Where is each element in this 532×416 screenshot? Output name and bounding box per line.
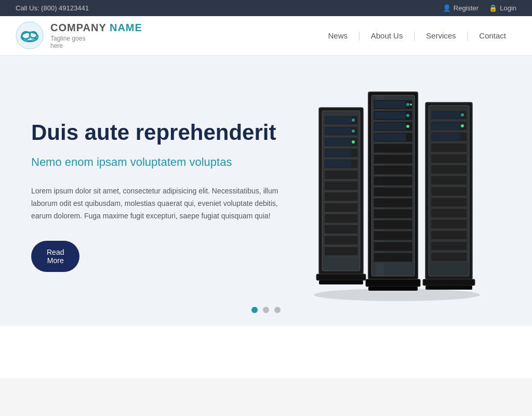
svg-rect-84 <box>431 230 467 240</box>
svg-rect-27 <box>324 181 358 190</box>
svg-rect-31 <box>324 225 358 234</box>
svg-rect-88 <box>425 285 472 290</box>
company-name-text: COMPANY NAME <box>50 22 142 34</box>
carousel-dots <box>251 307 281 313</box>
svg-rect-35 <box>319 280 363 284</box>
svg-point-15 <box>352 119 355 122</box>
svg-rect-30 <box>324 214 358 223</box>
carousel-dot-2[interactable] <box>263 307 269 313</box>
svg-rect-59 <box>374 220 413 229</box>
svg-rect-77 <box>431 154 467 163</box>
svg-point-49 <box>406 125 409 128</box>
login-link[interactable]: 🔒 Login <box>489 4 516 12</box>
svg-rect-55 <box>374 176 413 186</box>
nav-item-services[interactable]: Services <box>416 29 467 43</box>
svg-rect-57 <box>374 198 413 207</box>
svg-rect-56 <box>374 187 413 197</box>
svg-rect-29 <box>324 203 358 212</box>
svg-rect-52 <box>374 144 413 153</box>
svg-point-42 <box>406 103 409 106</box>
svg-rect-75 <box>432 133 460 140</box>
nav-item-contact[interactable]: Contact <box>469 29 516 43</box>
read-more-button[interactable]: ReadMore <box>31 241 79 272</box>
hero-title: Duis aute reprehenderit <box>31 120 291 145</box>
svg-rect-79 <box>431 176 467 185</box>
svg-rect-23 <box>325 149 351 157</box>
user-icon: 👤 <box>443 4 451 12</box>
svg-rect-34 <box>316 274 366 280</box>
svg-rect-26 <box>324 170 358 179</box>
svg-rect-85 <box>431 241 467 251</box>
svg-rect-76 <box>431 143 467 152</box>
name-word: NAME <box>110 22 142 33</box>
svg-rect-80 <box>431 187 467 196</box>
hero-content: Duis aute reprehenderit Nemo enom ipsam … <box>31 120 291 271</box>
svg-rect-63 <box>366 279 420 287</box>
svg-rect-41 <box>375 101 406 108</box>
svg-rect-48 <box>375 123 406 130</box>
svg-point-43 <box>410 103 412 106</box>
nav-item-news[interactable]: News <box>317 29 358 43</box>
svg-rect-32 <box>324 236 358 245</box>
svg-rect-72 <box>432 122 460 129</box>
svg-rect-33 <box>324 246 358 256</box>
svg-point-46 <box>406 114 409 117</box>
top-bar: Call Us: (800) 49123441 👤 Register 🔒 Log… <box>0 0 532 16</box>
svg-rect-54 <box>374 165 413 175</box>
svg-rect-28 <box>324 192 358 201</box>
svg-rect-61 <box>374 242 413 251</box>
register-link[interactable]: 👤 Register <box>443 4 478 12</box>
svg-point-89 <box>314 289 480 301</box>
svg-rect-82 <box>431 209 467 218</box>
nav-item-about[interactable]: About Us <box>361 29 414 43</box>
company-name-block: COMPANY NAME Tagline goeshere <box>50 22 142 49</box>
carousel-dot-1[interactable] <box>251 307 258 313</box>
svg-rect-83 <box>431 219 467 229</box>
hero-image <box>291 87 501 305</box>
logo-area: COMPANY NAME Tagline goeshere <box>16 21 142 50</box>
server-illustration <box>303 87 490 305</box>
svg-rect-78 <box>431 165 467 174</box>
hero-subtitle: Nemo enom ipsam voluptatem voluptas <box>31 155 291 170</box>
carousel-dot-3[interactable] <box>274 307 281 313</box>
svg-rect-45 <box>375 112 406 119</box>
svg-rect-53 <box>374 154 413 164</box>
site-header: COMPANY NAME Tagline goeshere News | Abo… <box>0 16 532 56</box>
svg-rect-58 <box>374 209 413 218</box>
svg-rect-69 <box>432 111 460 119</box>
svg-rect-25 <box>325 160 351 167</box>
hero-section: Duis aute reprehenderit Nemo enom ipsam … <box>0 56 532 326</box>
svg-point-73 <box>461 124 464 127</box>
svg-rect-87 <box>423 279 475 285</box>
phone-number: Call Us: (800) 49123441 <box>16 4 89 12</box>
svg-rect-81 <box>431 198 467 207</box>
svg-rect-20 <box>325 138 351 146</box>
bottom-strip <box>0 326 532 378</box>
svg-rect-62 <box>374 253 413 262</box>
lock-icon: 🔒 <box>489 4 497 12</box>
svg-point-70 <box>461 113 464 116</box>
company-logo <box>16 21 44 50</box>
svg-rect-60 <box>374 231 413 240</box>
company-word: COMPANY <box>50 22 110 33</box>
svg-rect-14 <box>325 116 351 124</box>
company-tagline: Tagline goeshere <box>50 35 142 49</box>
svg-rect-86 <box>431 252 467 262</box>
svg-point-18 <box>352 129 355 133</box>
main-nav: News | About Us | Services | Contact <box>317 29 516 43</box>
top-bar-actions: 👤 Register 🔒 Login <box>443 4 516 12</box>
hero-body: Lorem ipsum dolor sit amet, consectetur … <box>31 185 291 222</box>
svg-rect-17 <box>325 127 351 135</box>
svg-rect-51 <box>375 134 406 141</box>
svg-point-21 <box>352 140 355 144</box>
